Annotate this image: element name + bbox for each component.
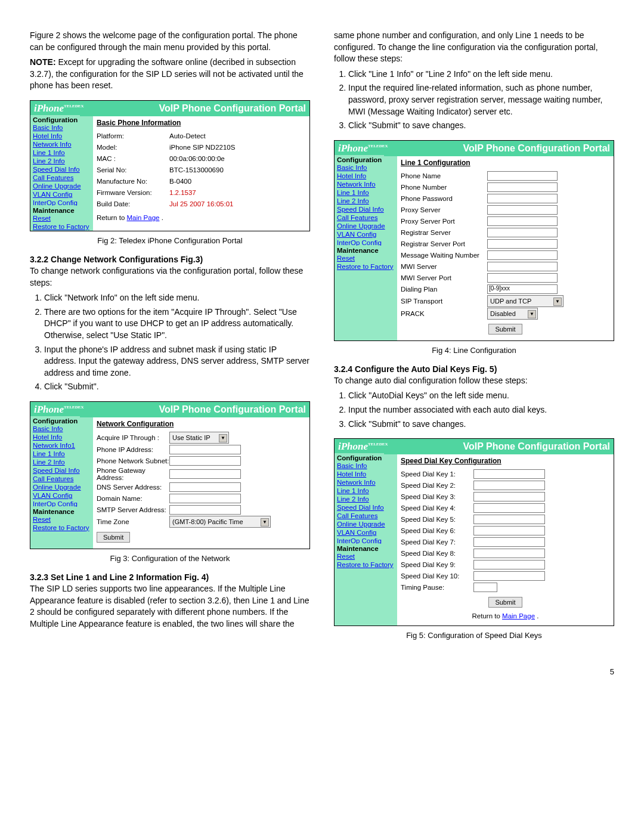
subnet-input[interactable] (169, 456, 241, 466)
maint-label: Maintenance (30, 206, 77, 215)
dns-input[interactable] (169, 482, 241, 492)
sd2-input[interactable] (473, 481, 545, 490)
sec-323-cont: same phone number and configuration, and… (334, 30, 614, 65)
smtp-input[interactable] (169, 505, 241, 515)
menu-basic[interactable]: Basic Info (30, 123, 93, 132)
mwiport-input[interactable] (487, 273, 558, 283)
gateway-input[interactable] (169, 469, 241, 479)
submit-button[interactable]: Submit (488, 324, 522, 335)
sd7-input[interactable] (473, 537, 545, 547)
sd8-input[interactable] (473, 549, 545, 558)
sd6-input[interactable] (473, 526, 545, 535)
iphone-logo: iPhoneTELEDEX (338, 143, 388, 154)
phonename-input[interactable] (487, 171, 558, 181)
menu-hotel[interactable]: Hotel Info (30, 132, 93, 140)
content-heading: Speed Dial Key Configuration (401, 457, 610, 465)
portal-header: iPhoneTELEDEX VoIP Phone Configuration P… (30, 101, 309, 116)
note: NOTE: Except for upgrading the software … (30, 57, 310, 92)
menu-upgrade[interactable]: Online Upgrade (30, 182, 93, 190)
menu-network[interactable]: Network Info (30, 140, 93, 148)
reg-input[interactable] (487, 228, 558, 237)
prack-select[interactable]: Disabled (487, 308, 538, 320)
sec-322-text: To change network configurations via the… (30, 265, 310, 289)
sd1-input[interactable] (473, 469, 545, 479)
content-heading: Line 1 Configuration (401, 159, 610, 167)
sidebar: Configuration Basic Info Hotel Info Netw… (30, 417, 93, 549)
proxy-input[interactable] (487, 205, 558, 215)
sd9-input[interactable] (473, 560, 545, 569)
menu-line2[interactable]: Line 2 Info (30, 157, 93, 165)
sec-322-steps: Click "Network Info" on the left side me… (30, 292, 310, 393)
sd5-input[interactable] (473, 515, 545, 524)
transport-select[interactable]: UDP and TCP (487, 295, 564, 307)
iphone-logo: iPhoneTELEDEX (34, 103, 84, 114)
return-link: Return to Main Page . (401, 612, 610, 620)
proxyport-input[interactable] (487, 216, 558, 226)
sec-323-text: The SIP LD series supports two line appe… (30, 583, 310, 630)
fig3-portal: iPhoneTELEDEXVoIP Phone Configuration Po… (30, 401, 310, 549)
menu-speeddial[interactable]: Speed Dial Info (30, 165, 93, 174)
phonenum-input[interactable] (487, 182, 558, 192)
content-heading: Network Configuration (97, 420, 306, 428)
dialplan-input[interactable]: [0-9]xxx (487, 284, 558, 294)
iphone-logo: iPhoneTELEDEX (34, 404, 84, 416)
ip-mode-select[interactable]: Use Static IP (169, 432, 229, 444)
page-number: 5 (30, 667, 614, 676)
sec-324-steps: Click "AutoDial Keys" on the left side m… (334, 390, 614, 430)
intro-text: Figure 2 shows the welcome page of the c… (30, 30, 310, 53)
sd3-input[interactable] (473, 492, 545, 501)
ip-addr-input[interactable] (169, 445, 241, 454)
menu-callfeat[interactable]: Call Features (30, 174, 93, 182)
fig5-caption: Fig 5: Configuration of Speed Dial Keys (334, 631, 614, 640)
return-link: Return to Main Page . (97, 214, 306, 221)
fig4-portal: iPhoneTELEDEXVoIP Phone Configuration Po… (334, 140, 614, 341)
portal-title: VoIP Phone Configuration Portal (91, 103, 306, 114)
config-label: Configuration (30, 115, 80, 125)
submit-button[interactable]: Submit (488, 597, 522, 608)
menu-line1[interactable]: Line 1 Info (30, 148, 93, 157)
menu-reset[interactable]: Reset (30, 214, 93, 222)
sec-323-steps: Click "Line 1 Info" or "Line 2 Info" on … (334, 69, 614, 132)
sd4-input[interactable] (473, 503, 545, 513)
fig2-portal: iPhoneTELEDEX VoIP Phone Configuration P… (30, 100, 310, 231)
sidebar: Configuration Basic Info Hotel Info Netw… (30, 116, 93, 231)
sidebar: Configuration Basic Info Hotel Info Netw… (335, 454, 397, 625)
domain-input[interactable] (169, 494, 241, 503)
sec-323-title: 3.2.3 Set Line 1 and Line 2 Information … (30, 572, 310, 582)
fig4-caption: Fig 4: Line Configuration (334, 346, 614, 355)
sidebar: Configuration Basic Info Hotel Info Netw… (335, 156, 397, 340)
pass-input[interactable] (487, 194, 558, 203)
iphone-logo: iPhoneTELEDEX (338, 441, 388, 453)
sec-324-title: 3.2.4 Configure the Auto Dial Keys Fig. … (334, 364, 614, 374)
menu-restore[interactable]: Restore to Factory (30, 222, 93, 231)
timing-input[interactable] (473, 583, 497, 592)
content-heading: Basic Phone Information (97, 119, 306, 127)
submit-button[interactable]: Submit (97, 532, 130, 543)
sec-322-title: 3.2.2 Change Network Configurations Fig.… (30, 255, 310, 264)
mwi-input[interactable] (487, 262, 558, 271)
regport-input[interactable] (487, 239, 558, 249)
tz-select[interactable]: (GMT-8:00) Pacific Time (169, 516, 271, 528)
mwn-input[interactable] (487, 250, 558, 260)
menu-vlan[interactable]: VLAN Config (30, 190, 93, 199)
fig2-caption: Fig 2: Teledex iPhone Configuration Port… (30, 236, 310, 245)
fig5-portal: iPhoneTELEDEXVoIP Phone Configuration Po… (334, 438, 614, 626)
sd10-input[interactable] (473, 571, 545, 581)
sec-324-text: To change auto dial configuration follow… (334, 375, 614, 387)
fig3-caption: Fig 3: Configuration of the Network (30, 554, 310, 563)
